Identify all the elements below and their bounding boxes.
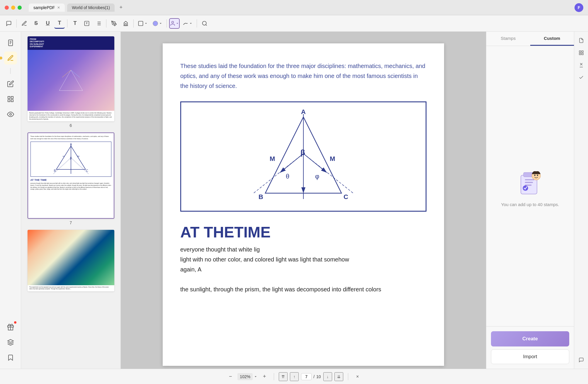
tab-samplepdf-close[interactable]: ✕: [57, 6, 60, 10]
signature-button[interactable]: [181, 19, 194, 28]
strikethrough-button[interactable]: S: [31, 18, 41, 29]
svg-text:A: A: [301, 108, 306, 115]
nav-last-button[interactable]: ⇊: [334, 372, 343, 381]
svg-line-27: [62, 70, 71, 77]
layers-icon-button[interactable]: [4, 336, 17, 349]
minimize-window-button[interactable]: [11, 6, 15, 10]
nav-prev-button[interactable]: ↑: [290, 372, 299, 381]
sidebar-item-review[interactable]: [4, 108, 17, 121]
right-toolbar-btn-1[interactable]: [576, 35, 587, 46]
pdf-body-text: everyone thought that white lig light wi…: [180, 244, 426, 294]
svg-point-7: [113, 23, 114, 23]
svg-rect-57: [525, 179, 534, 180]
thumbnail-sidebar: PRISMDECOMPOSITION SUNLIGHTEXPERIMENT Ne…: [21, 32, 121, 369]
stamps-illustration: [514, 164, 546, 197]
content-area: These studies laid the foundation for th…: [121, 32, 486, 369]
tab-worldofmicrobes[interactable]: World of Microbes(1): [67, 4, 115, 12]
color-button[interactable]: [151, 19, 164, 28]
thumbnail-page-6[interactable]: PRISMDECOMPOSITION SUNLIGHTEXPERIMENT Ne…: [25, 36, 117, 128]
stamps-panel: Stamps Custom: [486, 32, 574, 369]
text-box-button[interactable]: [81, 18, 92, 29]
highlight-button[interactable]: [19, 18, 30, 29]
thumb-card-8[interactable]: This experiment can be repeated now and …: [28, 230, 114, 291]
pdf-body-text-1: everyone thought that white lig: [180, 246, 260, 253]
tab-worldofmicrobes-label: World of Microbes(1): [72, 5, 110, 10]
svg-point-60: [523, 185, 528, 191]
new-tab-button[interactable]: +: [117, 4, 125, 12]
thumb-card-7[interactable]: These studies laid the foundation for th…: [28, 132, 114, 219]
svg-rect-9: [139, 21, 143, 26]
stamp-button[interactable]: [120, 18, 131, 29]
pen-button[interactable]: [109, 18, 119, 29]
divider-6: [197, 19, 197, 28]
zoom-in-button[interactable]: +: [260, 372, 269, 381]
stamps-message: You can add up to 40 stamps.: [501, 201, 559, 208]
create-stamp-button[interactable]: Create: [491, 331, 569, 346]
page-current-input[interactable]: [301, 373, 312, 380]
pdf-heading: AT THETIME: [180, 223, 426, 241]
titlebar: samplePDF ✕ World of Microbes(1) + F: [0, 0, 588, 15]
divider-4: [133, 19, 134, 28]
page-display: / 10: [301, 373, 321, 380]
sidebar-item-edit[interactable]: [4, 77, 17, 90]
right-icon-bar: [574, 32, 588, 369]
thumb-card-6[interactable]: PRISMDECOMPOSITION SUNLIGHTEXPERIMENT Ne…: [28, 36, 114, 121]
thumb-diagram-7: A B C β H M: [30, 142, 111, 177]
nav-first-button[interactable]: ⇈: [279, 372, 288, 381]
page-total: 10: [316, 374, 321, 379]
tab-samplepdf[interactable]: samplePDF ✕: [29, 4, 65, 12]
text-color-button[interactable]: T: [54, 18, 65, 29]
divider-5: [166, 19, 167, 28]
svg-rect-66: [582, 53, 583, 55]
close-bar-button[interactable]: ×: [353, 372, 362, 381]
sidebar-item-annotate[interactable]: [4, 52, 17, 64]
search-button[interactable]: [199, 18, 210, 29]
thumbnail-page-8[interactable]: This experiment can be repeated now and …: [25, 230, 117, 291]
gift-icon-button[interactable]: [4, 321, 17, 334]
divider-1: [16, 19, 17, 28]
traffic-lights: [5, 6, 22, 10]
svg-point-22: [10, 113, 11, 115]
right-toolbar-btn-4[interactable]: [576, 72, 587, 83]
bookmark-icon-button[interactable]: [4, 351, 17, 364]
stamps-content-area: You can add up to 40 stamps.: [486, 46, 574, 326]
pdf-body-text-4: the sunlight, through the prism, the lig…: [180, 286, 381, 293]
svg-rect-21: [8, 100, 10, 102]
svg-text:M: M: [330, 155, 335, 162]
tab-stamps[interactable]: Stamps: [486, 32, 530, 46]
user-button[interactable]: [169, 18, 180, 29]
thumbnail-page-7[interactable]: These studies laid the foundation for th…: [25, 132, 117, 225]
text-button[interactable]: T: [70, 18, 80, 29]
svg-line-28: [71, 70, 80, 77]
thumb-label-6: 6: [70, 123, 72, 128]
close-window-button[interactable]: [5, 6, 9, 10]
comment-button[interactable]: [4, 18, 14, 29]
svg-point-62: [534, 174, 536, 176]
pdf-body-text-2: light with no other color, and colored l…: [180, 256, 349, 263]
right-toolbar-btn-2[interactable]: [576, 47, 587, 58]
maximize-window-button[interactable]: [18, 6, 22, 10]
zoom-out-button[interactable]: −: [226, 372, 235, 381]
svg-point-11: [172, 21, 174, 23]
right-toolbar-btn-3[interactable]: [576, 60, 587, 70]
svg-rect-67: [579, 53, 581, 55]
pdf-page-7: These studies laid the foundation for th…: [163, 43, 444, 366]
shape-button[interactable]: [136, 19, 149, 28]
tab-custom[interactable]: Custom: [530, 32, 574, 46]
right-toolbar-chat-btn[interactable]: [576, 355, 587, 365]
import-stamp-button[interactable]: Import: [491, 349, 569, 364]
svg-line-13: [206, 24, 207, 26]
svg-rect-20: [11, 100, 13, 102]
underline-button[interactable]: U: [43, 18, 53, 29]
nav-next-button[interactable]: ↓: [323, 372, 332, 381]
bottom-toolbar: − 102% + ⇈ ↑ / 10 ↓ ⇊ ×: [0, 369, 588, 384]
sidebar-item-pages[interactable]: [4, 36, 17, 49]
pdf-diagram: A B C M M β θ φ: [180, 101, 426, 212]
stamps-panel-container: Stamps Custom: [486, 32, 574, 369]
svg-marker-26: [59, 70, 83, 91]
sidebar-item-organize[interactable]: [4, 93, 17, 106]
list-button[interactable]: [93, 18, 104, 29]
page-separator: /: [313, 374, 315, 379]
svg-rect-65: [582, 51, 583, 52]
user-avatar[interactable]: F: [575, 3, 583, 12]
